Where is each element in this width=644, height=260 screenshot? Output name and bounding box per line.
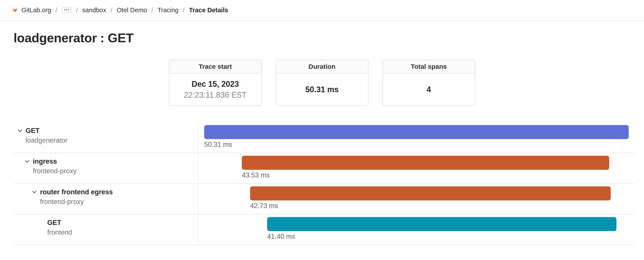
span-duration-bar[interactable] — [267, 217, 616, 231]
span-service: frontend — [47, 227, 198, 237]
span-row[interactable]: router frontend egressfrontend-proxy42.7… — [14, 184, 634, 214]
breadcrumb-ellipsis-button[interactable]: ••• — [62, 7, 72, 13]
span-operation: GET — [47, 218, 61, 227]
card-title: Trace start — [169, 60, 261, 74]
chevron-down-icon[interactable] — [24, 159, 30, 164]
span-duration-bar[interactable] — [204, 125, 629, 139]
breadcrumb-separator: / — [76, 7, 78, 14]
card-title: Duration — [276, 60, 368, 74]
span-row-header: GETloadgenerator — [14, 122, 198, 153]
span-operation: GET — [26, 126, 40, 136]
breadcrumb-separator: / — [183, 7, 185, 14]
span-timeline-cell: 41.40 ms — [198, 214, 634, 245]
card-body: 50.31 ms — [276, 74, 368, 105]
breadcrumb-separator: / — [152, 7, 153, 14]
span-duration-bar[interactable] — [250, 186, 611, 200]
span-duration-bar[interactable] — [242, 156, 609, 170]
trace-waterfall: GETloadgenerator50.31 msingressfrontend-… — [14, 122, 634, 245]
ellipsis-icon: ••• — [64, 8, 69, 12]
span-duration-label: 43.53 ms — [242, 171, 609, 179]
header-bar: GitLab.org / ••• / sandbox / Otel Demo /… — [0, 0, 644, 21]
card-value: Dec 15, 2023 — [192, 80, 239, 89]
card-body: 4 — [383, 74, 475, 105]
span-row[interactable]: GETfrontend41.40 ms — [14, 214, 634, 245]
span-service: loadgenerator — [26, 136, 198, 145]
span-duration-label: 41.40 ms — [267, 233, 616, 240]
trace-summary-cards: Trace start Dec 15, 2023 22:23:11.836 ES… — [0, 60, 644, 106]
card-subvalue: 22:23:11.836 EST — [184, 91, 247, 100]
span-timeline-cell: 42.73 ms — [198, 184, 634, 214]
chevron-down-icon[interactable] — [32, 189, 37, 195]
breadcrumb-item-label: GitLab.org — [22, 7, 51, 14]
duration-card: Duration 50.31 ms — [276, 60, 368, 106]
span-operation: router frontend egress — [40, 187, 113, 197]
span-operation: ingress — [33, 157, 57, 166]
breadcrumb-item-trace-details: Trace Details — [189, 7, 228, 14]
span-service: frontend-proxy — [40, 197, 198, 206]
breadcrumb-separator: / — [110, 7, 112, 14]
span-row-header: ingressfrontend-proxy — [14, 153, 198, 183]
span-timeline-cell: 43.53 ms — [198, 153, 634, 183]
card-title: Total spans — [383, 60, 475, 74]
span-duration-label: 42.73 ms — [250, 202, 611, 210]
span-row-header: router frontend egressfrontend-proxy — [14, 184, 198, 214]
breadcrumb-item-tracing[interactable]: Tracing — [158, 7, 178, 14]
gitlab-logo-icon — [12, 7, 18, 13]
total-spans-card: Total spans 4 — [382, 60, 475, 106]
span-row[interactable]: GETloadgenerator50.31 ms — [14, 122, 634, 153]
breadcrumb-item-otel-demo[interactable]: Otel Demo — [117, 7, 147, 14]
breadcrumb-item-sandbox[interactable]: sandbox — [82, 7, 106, 14]
breadcrumb-item-gitlab-org[interactable]: GitLab.org — [12, 7, 51, 14]
breadcrumb: GitLab.org / ••• / sandbox / Otel Demo /… — [12, 7, 228, 14]
card-value: 50.31 ms — [305, 85, 338, 94]
span-duration-label: 50.31 ms — [204, 141, 629, 148]
page-title: loadgenerator : GET — [14, 31, 630, 45]
span-row[interactable]: ingressfrontend-proxy43.53 ms — [14, 153, 634, 184]
breadcrumb-separator: / — [55, 7, 57, 14]
card-body: Dec 15, 2023 22:23:11.836 EST — [169, 74, 261, 105]
trace-start-card: Trace start Dec 15, 2023 22:23:11.836 ES… — [169, 60, 262, 106]
trace-details-page: loadgenerator : GET Trace start Dec 15, … — [0, 31, 644, 245]
span-row-header: GETfrontend — [14, 214, 198, 245]
span-timeline-cell: 50.31 ms — [198, 122, 634, 153]
card-value: 4 — [426, 85, 431, 94]
chevron-down-icon[interactable] — [17, 128, 23, 134]
span-service: frontend-proxy — [33, 166, 198, 176]
